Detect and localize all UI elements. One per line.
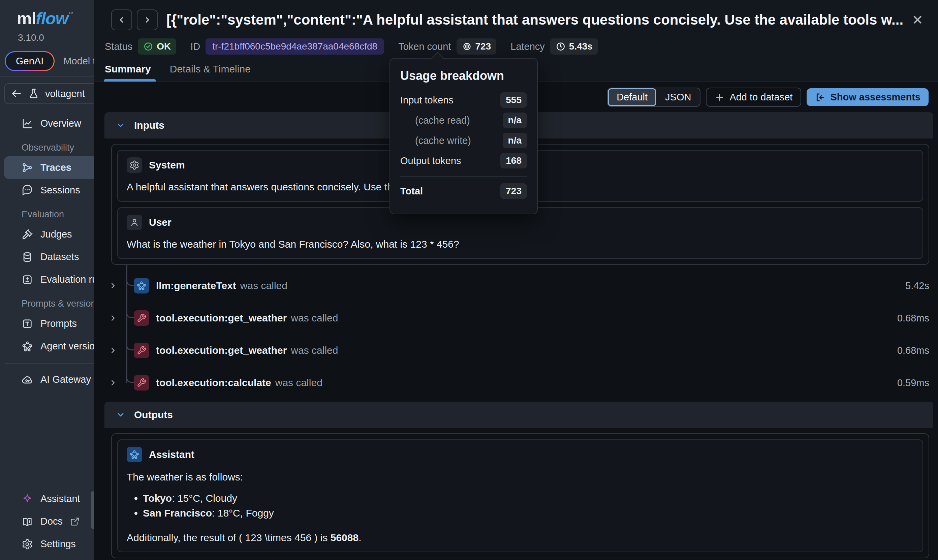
- chevron-right-icon[interactable]: [107, 282, 119, 290]
- sidebar-item-docs[interactable]: Docs: [0, 510, 94, 533]
- outputs-section-header[interactable]: Outputs: [105, 402, 933, 428]
- wrench-icon: [134, 310, 149, 326]
- sidebar-item-assistant[interactable]: Assistant: [0, 488, 94, 510]
- status-label: Status: [105, 41, 132, 52]
- sidebar-section-prompts-versions: Prompts & versions: [0, 291, 94, 312]
- product-tabs: GenAI Model training: [0, 51, 94, 77]
- trace-meta-row: Status OK ID tr-f21bff060c5be9d4ae387aa0…: [94, 30, 938, 55]
- sidebar-item-judges[interactable]: Judges: [0, 223, 94, 246]
- chevron-down-icon: [116, 410, 125, 420]
- previous-trace-button[interactable]: [111, 9, 132, 30]
- gear-icon: [22, 538, 33, 550]
- value-badge: n/a: [503, 133, 527, 148]
- sidebar-item-ai-gateway[interactable]: AI Gateway: [0, 368, 94, 391]
- next-trace-button[interactable]: [137, 9, 158, 30]
- tab-model-training[interactable]: Model training: [63, 55, 94, 67]
- experiment-name: voltagent: [45, 88, 85, 99]
- gavel-icon: [22, 229, 33, 240]
- sidebar-item-datasets[interactable]: Datasets: [0, 246, 94, 268]
- mlflow-logo[interactable]: mlflow™: [0, 0, 94, 28]
- system-role-label: System: [149, 159, 185, 171]
- chart-line-icon: [22, 118, 33, 129]
- span-duration: 5.42s: [905, 280, 933, 291]
- value-badge: 555: [500, 92, 527, 108]
- chevron-left-icon: [117, 15, 126, 24]
- view-mode-json[interactable]: JSON: [656, 88, 700, 106]
- span-row-tool-calculate[interactable]: tool.execution:calculate was called 0.59…: [105, 366, 933, 399]
- trademark: ™: [68, 11, 74, 17]
- version-label: 3.10.0: [0, 28, 94, 43]
- sidebar-item-evaluation-runs[interactable]: Evaluation runs: [0, 268, 94, 291]
- assistant-final-line: Additionally, the result of ( 123 \times…: [127, 530, 914, 545]
- tree-connector: [126, 340, 134, 351]
- chevron-right-icon[interactable]: [107, 378, 119, 387]
- sidebar-item-sessions[interactable]: Sessions: [0, 179, 94, 202]
- sparkle-icon: [22, 493, 33, 505]
- span-list: llm:generateText was called 5.42s tool.e…: [105, 269, 933, 399]
- external-link-icon: [70, 517, 80, 526]
- value-badge: 168: [500, 153, 527, 168]
- cloud-key-icon: [22, 374, 33, 385]
- logo-ml: ml: [17, 9, 36, 28]
- trace-id-badge[interactable]: tr-f21bff060c5be9d4ae387aa04e68cfd8: [206, 38, 384, 55]
- list-item: Tokyo: 15°C, Cloudy: [143, 492, 914, 504]
- user-role-label: User: [149, 217, 172, 228]
- sidebar-item-traces[interactable]: Traces: [4, 156, 94, 179]
- inputs-section-label: Inputs: [134, 120, 165, 131]
- span-duration: 0.59ms: [897, 377, 933, 389]
- popover-divider: [400, 176, 527, 177]
- id-label: ID: [191, 41, 200, 52]
- sidebar: mlflow™ 3.10.0 GenAI Model training volt…: [0, 0, 94, 560]
- list-item: San Francisco: 18°C, Foggy: [143, 508, 914, 519]
- sidebar-item-prompts[interactable]: Prompts: [0, 312, 94, 335]
- arrow-left-icon[interactable]: [11, 88, 22, 99]
- experiment-selector[interactable]: voltagent: [4, 83, 94, 104]
- database-icon: [22, 251, 33, 263]
- span-row-tool-get-weather-1[interactable]: tool.execution:get_weather was called 0.…: [105, 302, 933, 334]
- popover-title: Usage breakdown: [400, 69, 527, 83]
- span-duration: 0.68ms: [897, 345, 933, 356]
- token-count-badge[interactable]: 723: [457, 38, 497, 55]
- popover-row-total: Total 723: [400, 183, 527, 199]
- trace-branch-icon: [22, 162, 33, 174]
- chevron-right-icon[interactable]: [107, 314, 119, 323]
- sidebar-section-evaluation: Evaluation: [0, 202, 94, 223]
- trace-detail-panel: [{"role":"system","content":"A helpful a…: [94, 0, 938, 560]
- model-network-icon: [134, 278, 149, 294]
- latency-label: Latency: [511, 41, 545, 52]
- view-mode-segmented-control: Default JSON: [607, 88, 700, 107]
- sidebar-item-agent-versions[interactable]: Agent versions: [0, 335, 94, 357]
- plus-minus-square-icon: [22, 274, 33, 285]
- chevron-right-icon[interactable]: [107, 346, 119, 355]
- status-badge: OK: [138, 38, 176, 55]
- tree-connector: [126, 307, 134, 318]
- tab-genai[interactable]: GenAI: [5, 51, 55, 71]
- clock-icon: [555, 42, 566, 52]
- latency-badge: 5.43s: [550, 38, 598, 55]
- view-mode-default[interactable]: Default: [608, 88, 656, 106]
- span-row-llm-generatetext[interactable]: llm:generateText was called 5.42s: [105, 269, 933, 302]
- book-icon: [22, 516, 33, 527]
- popover-row-cache-write: (cache write) n/a: [400, 133, 527, 148]
- token-count-label: Token count: [398, 41, 451, 52]
- sidebar-scrollbar-thumb[interactable]: [91, 491, 94, 529]
- assistant-intro: The weather is as follows:: [127, 470, 914, 485]
- gear-icon: [127, 157, 142, 173]
- chevron-right-icon: [143, 15, 152, 24]
- add-to-dataset-button[interactable]: Add to dataset: [706, 88, 801, 107]
- popover-row-input-tokens: Input tokens 555: [400, 92, 527, 108]
- text-square-icon: [22, 318, 33, 329]
- show-assessments-button[interactable]: Show assessments: [807, 88, 929, 106]
- close-button[interactable]: ✕: [909, 12, 926, 28]
- sidebar-item-settings[interactable]: Settings: [0, 533, 94, 555]
- tab-details-timeline[interactable]: Details & Timeline: [170, 63, 251, 82]
- speech-bubble-icon: [22, 185, 33, 196]
- span-row-tool-get-weather-2[interactable]: tool.execution:get_weather was called 0.…: [105, 334, 933, 366]
- tree-connector: [126, 275, 134, 286]
- span-duration: 0.68ms: [897, 313, 933, 324]
- value-badge: 723: [500, 183, 527, 199]
- value-badge: n/a: [503, 112, 527, 128]
- tab-summary[interactable]: Summary: [105, 63, 151, 82]
- sidebar-item-overview[interactable]: Overview: [0, 112, 94, 135]
- sidebar-section-observability: Observability: [0, 135, 94, 156]
